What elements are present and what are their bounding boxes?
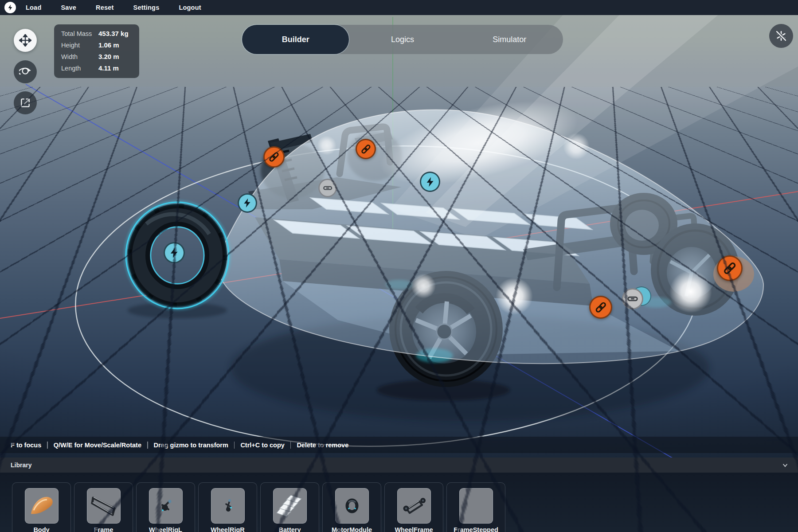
snap-off-icon [775, 30, 787, 42]
wheelframe-thumbnail [397, 488, 431, 524]
menu-item-logout[interactable]: Logout [179, 4, 201, 11]
hint-separator [147, 442, 148, 449]
stat-value: 4.11 m [98, 64, 133, 72]
hint-separator [290, 442, 291, 449]
stat-row-width: Width 3.20 m [61, 53, 133, 60]
library-item-label: WheelFrame [395, 526, 433, 532]
library-title: Library [11, 462, 31, 469]
attach-point-link-disabled-2[interactable] [622, 288, 643, 309]
stat-label: Height [61, 42, 98, 49]
library-item-label: FrameStepped [454, 526, 498, 532]
library-item-body[interactable]: Body [12, 482, 71, 532]
body-thumbnail [25, 488, 59, 524]
attach-point-power-1[interactable] [238, 193, 257, 213]
tab-builder[interactable]: Builder [242, 25, 349, 54]
library-item-label: MotorModule [332, 526, 372, 532]
top-menubar: Load Save Reset Settings Logout [0, 0, 798, 15]
snap-toggle-button[interactable] [769, 24, 793, 48]
stat-value: 1.06 m [98, 41, 133, 49]
scale-tool-button[interactable] [14, 91, 37, 114]
attach-point-link-disabled-1[interactable] [318, 179, 337, 197]
menu-item-reset[interactable]: Reset [96, 4, 114, 11]
tab-simulator[interactable]: Simulator [456, 25, 563, 54]
hint-separator [47, 442, 48, 449]
library-item-wheelframe[interactable]: WheelFrame [384, 482, 443, 532]
frame-thumbnail [87, 488, 121, 524]
rotate-icon [19, 66, 31, 78]
library-panel: Body Frame [0, 473, 798, 532]
scale-export-icon [20, 97, 31, 109]
stat-value: 3.20 m [98, 53, 133, 60]
library-item-wheelrigl[interactable]: WheelRigL [136, 482, 195, 532]
stat-label: Width [61, 53, 98, 60]
stat-row-length: Length 4.11 m [61, 64, 133, 72]
viewport-3d[interactable]: Load Save Reset Settings Logout Total Ma… [0, 0, 798, 532]
attach-point-link-1[interactable] [263, 146, 285, 168]
attach-point-power-wheel[interactable] [164, 242, 185, 263]
stat-row-height: Height 1.06 m [61, 41, 133, 49]
library-item-framestepped[interactable]: FrameStepped [446, 482, 505, 532]
menu-item-load[interactable]: Load [26, 4, 41, 11]
hotkey-hints-bar: F to focus Q/W/E for Move/Scale/Rotate D… [0, 437, 798, 453]
wheelrigr-thumbnail [211, 488, 245, 524]
app-logo-bolt-icon[interactable] [4, 2, 16, 13]
library-item-label: WheelRigR [211, 526, 245, 532]
stat-value: 453.37 kg [98, 30, 133, 37]
move-icon [19, 34, 31, 47]
stat-label: Total Mass [61, 30, 98, 37]
menu-item-settings[interactable]: Settings [133, 4, 160, 11]
move-tool-button[interactable] [14, 29, 37, 52]
chevron-down-icon[interactable] [781, 461, 789, 469]
hint-delete: Delete to remove [297, 442, 348, 449]
hint-drag-gizmo: Drag gizmo to transform [154, 442, 228, 449]
library-item-frame[interactable]: Frame [74, 482, 133, 532]
hint-copy: Ctrl+C to copy [240, 442, 285, 449]
framestepped-thumbnail [459, 488, 493, 524]
library-card-row: Body Frame [12, 482, 505, 532]
attach-point-link-3[interactable] [717, 255, 743, 281]
wheelrigl-thumbnail [149, 488, 183, 524]
menu-item-save[interactable]: Save [61, 4, 76, 11]
library-item-label: Frame [94, 526, 113, 532]
library-header[interactable]: Library [0, 458, 798, 473]
hint-move-scale-rotate: Q/W/E for Move/Scale/Rotate [54, 442, 141, 449]
library-item-label: Battery [279, 526, 301, 532]
library-item-label: WheelRigL [149, 526, 182, 532]
stat-label: Length [61, 65, 98, 72]
hint-focus: F to focus [11, 442, 41, 449]
hint-separator [234, 442, 235, 449]
library-item-label: Body [33, 526, 49, 532]
rotate-tool-button[interactable] [14, 60, 37, 83]
attach-point-link-4[interactable] [589, 296, 612, 319]
mode-tabs: Builder Logics Simulator [242, 25, 563, 54]
tab-logics[interactable]: Logics [349, 25, 456, 54]
library-item-motormodule[interactable]: MotorModule [322, 482, 381, 532]
battery-thumbnail [273, 488, 307, 524]
motormodule-thumbnail [335, 488, 369, 524]
stat-row-total-mass: Total Mass 453.37 kg [61, 30, 133, 37]
library-item-battery[interactable]: Battery [260, 482, 319, 532]
dimensions-panel: Total Mass 453.37 kg Height 1.06 m Width… [54, 24, 139, 78]
attach-point-link-2[interactable] [356, 139, 376, 159]
library-item-wheelrigr[interactable]: WheelRigR [198, 482, 257, 532]
attach-point-power-2[interactable] [420, 172, 440, 192]
